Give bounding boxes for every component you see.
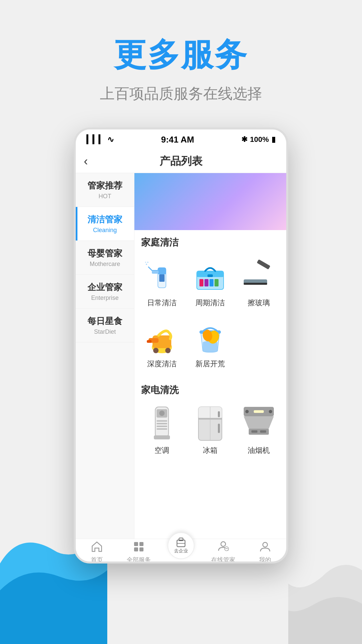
svg-point-5 [145, 262, 146, 263]
fridge-label: 冰箱 [203, 445, 218, 455]
section-title-appliance: 家电清洗 [134, 378, 286, 400]
svg-rect-54 [134, 547, 138, 551]
svg-point-49 [245, 410, 249, 413]
svg-point-4 [147, 262, 148, 263]
tab-services[interactable]: 全部服务 [118, 538, 160, 564]
signal-area: ▎▎▎ ∿ [86, 135, 114, 144]
svg-point-24 [153, 348, 159, 353]
svg-rect-10 [204, 279, 208, 286]
svg-point-3 [146, 264, 147, 265]
home-icon [91, 541, 103, 554]
svg-rect-9 [199, 279, 203, 286]
svg-point-25 [165, 348, 171, 353]
enterprise-button[interactable]: 去企业 [168, 532, 194, 559]
sidebar-item-en: Cleaning [80, 227, 130, 234]
svg-rect-1 [158, 268, 166, 274]
main-content: 家庭清洁 [134, 173, 286, 539]
tab-manager[interactable]: 在线管家 [202, 538, 244, 564]
fridge-icon [192, 405, 229, 442]
header-section: 更多服务 上百项品质服务在线选择 [0, 34, 362, 104]
sidebar-item-cn: 母婴管家 [80, 248, 130, 259]
service-periodic-cleaning[interactable]: 周期清洁 [186, 252, 234, 313]
sidebar-item-cn: 企业管家 [80, 281, 130, 293]
tab-home[interactable]: 首页 [76, 538, 118, 564]
sidebar-item-enterprise[interactable]: 企业管家 Enterprise [76, 275, 134, 309]
periodic-cleaning-label: 周期清洁 [195, 298, 225, 308]
range-hood-label: 油烟机 [248, 445, 270, 455]
wave-right [288, 537, 362, 644]
window-cleaning-label: 擦玻璃 [248, 298, 270, 308]
ac-label: 空调 [155, 445, 169, 455]
service-new-home[interactable]: 新居开荒 [186, 313, 234, 374]
svg-rect-35 [157, 426, 167, 427]
bluetooth-icon: ✱ [241, 135, 247, 144]
range-hood-icon [240, 405, 277, 442]
profile-icon [259, 541, 271, 554]
svg-rect-47 [251, 430, 257, 433]
deep-cleaning-label: 深度清洁 [147, 359, 177, 369]
page-title: 产品列表 [160, 154, 202, 169]
sidebar-item-mothercare[interactable]: 母婴管家 Mothercare [76, 241, 134, 275]
service-ac[interactable]: 空调 [138, 400, 186, 461]
service-range-hood[interactable]: 油烟机 [235, 400, 283, 461]
tab-enterprise[interactable]: 去企业 [160, 536, 202, 564]
content-area: 管家推荐 HOT 清洁管家 Cleaning 母婴管家 Mothercare 企… [76, 173, 286, 539]
svg-rect-53 [139, 542, 143, 546]
tab-home-label: 首页 [91, 556, 103, 564]
svg-point-22 [172, 326, 176, 330]
phone-mockup: ▎▎▎ ∿ 9:41 AM ✱ 100% ▮ ‹ 产品列表 管家推荐 HOT 清… [74, 127, 288, 564]
new-home-label: 新居开荒 [195, 359, 225, 369]
svg-point-32 [159, 411, 165, 416]
back-button[interactable]: ‹ [84, 154, 88, 168]
promo-banner [134, 173, 286, 230]
nav-bar: ‹ 产品列表 [76, 150, 286, 173]
service-fridge[interactable]: 冰箱 [186, 400, 234, 461]
services-icon [133, 541, 145, 554]
sidebar-item-stardiet[interactable]: 每日星食 StarDiet [76, 309, 134, 342]
svg-rect-36 [157, 428, 167, 430]
svg-rect-20 [147, 340, 152, 343]
battery-percent: 100% [250, 135, 269, 144]
svg-rect-34 [157, 423, 167, 424]
header-title: 更多服务 [0, 34, 362, 77]
tab-profile[interactable]: 我的 [244, 538, 286, 564]
home-cleaning-grid: 日常清洁 [134, 252, 286, 378]
svg-rect-40 [198, 418, 222, 420]
sidebar-item-en: Enterprise [80, 294, 130, 302]
service-window-cleaning[interactable]: 擦玻璃 [235, 252, 283, 313]
wifi-icon: ∿ [107, 135, 114, 144]
section-title-home-cleaning: 家庭清洁 [134, 230, 286, 252]
svg-point-23 [168, 327, 171, 329]
sidebar-item-en: Mothercare [80, 261, 130, 268]
svg-rect-13 [207, 274, 213, 277]
battery-icon: ▮ [272, 135, 276, 144]
svg-rect-51 [254, 410, 264, 413]
svg-rect-6 [159, 274, 165, 282]
svg-rect-12 [215, 279, 219, 286]
battery-area: ✱ 100% ▮ [241, 135, 276, 144]
svg-rect-11 [209, 279, 214, 286]
header-subtitle: 上百项品质服务在线选择 [0, 84, 362, 104]
svg-rect-48 [260, 430, 266, 433]
periodic-cleaning-icon [192, 258, 229, 294]
sidebar-item-cn: 管家推荐 [80, 180, 130, 192]
deep-cleaning-icon [143, 319, 180, 356]
svg-point-50 [269, 410, 272, 413]
svg-rect-55 [139, 547, 143, 551]
svg-rect-33 [157, 420, 167, 422]
sidebar-item-cleaning[interactable]: 清洁管家 Cleaning [76, 207, 134, 241]
svg-rect-41 [218, 411, 220, 417]
sidebar-item-guanjiatiujian[interactable]: 管家推荐 HOT [76, 173, 134, 207]
ac-icon [143, 405, 180, 442]
sidebar: 管家推荐 HOT 清洁管家 Cleaning 母婴管家 Mothercare 企… [76, 173, 134, 539]
tab-services-label: 全部服务 [127, 556, 151, 564]
sidebar-item-en: StarDiet [80, 328, 130, 335]
tab-manager-label: 在线管家 [211, 556, 235, 564]
svg-rect-16 [244, 283, 267, 285]
sidebar-item-cn: 清洁管家 [80, 214, 130, 225]
svg-point-61 [263, 542, 267, 547]
manager-icon [217, 541, 229, 554]
service-deep-cleaning[interactable]: 深度清洁 [138, 313, 186, 374]
daily-cleaning-icon [143, 258, 180, 294]
service-daily-cleaning[interactable]: 日常清洁 [138, 252, 186, 313]
